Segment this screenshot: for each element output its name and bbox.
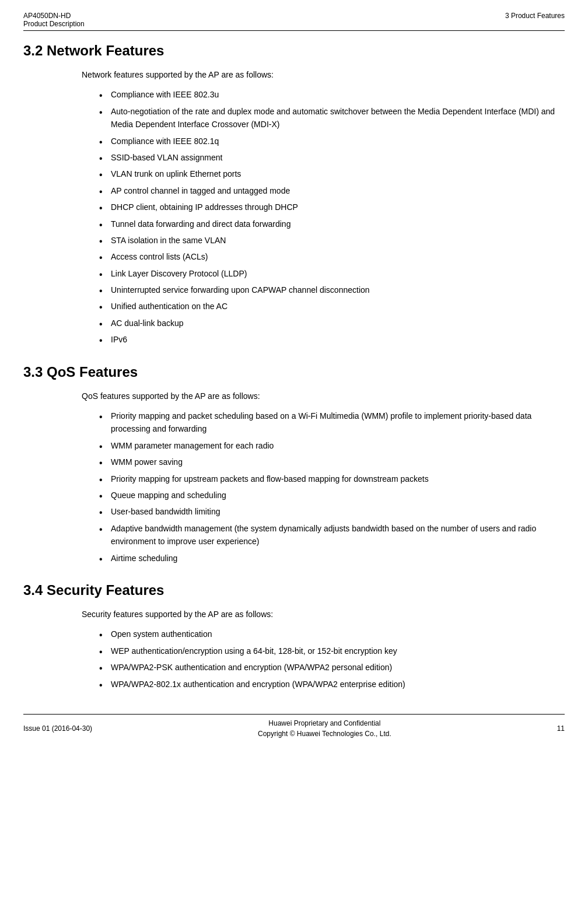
section-qos-title: 3.3 QoS Features [23, 364, 565, 380]
header-product-line1: AP4050DN-HD Product Description [23, 12, 85, 28]
section-qos-intro: QoS features supported by the AP are as … [82, 390, 565, 402]
page-header: AP4050DN-HD Product Description 3 Produc… [23, 12, 565, 31]
list-item: Airtime scheduling [99, 552, 565, 565]
list-item: WPA/WPA2-PSK authentication and encrypti… [99, 661, 565, 674]
list-item: Access control lists (ACLs) [99, 250, 565, 263]
list-item: Link Layer Discovery Protocol (LLDP) [99, 267, 565, 280]
list-item: WMM power saving [99, 456, 565, 468]
list-item: Auto-negotiation of the rate and duplex … [99, 105, 565, 131]
section-qos: 3.3 QoS Features QoS features supported … [23, 364, 565, 565]
list-item: AC dual-link backup [99, 317, 565, 330]
section-network: 3.2 Network Features Network features su… [23, 43, 565, 346]
list-item: Queue mapping and scheduling [99, 489, 565, 502]
list-item: Tunnel data forwarding and direct data f… [99, 218, 565, 230]
list-item: Open system authentication [99, 628, 565, 640]
header-left: AP4050DN-HD Product Description [23, 12, 85, 28]
list-item: STA isolation in the same VLAN [99, 234, 565, 247]
section-security-list: Open system authentication WEP authentic… [99, 628, 565, 691]
list-item: WMM parameter management for each radio [99, 439, 565, 452]
section-security-intro: Security features supported by the AP ar… [82, 608, 565, 621]
footer-copyright-line2: Copyright © Huawei Technologies Co., Ltd… [258, 729, 391, 739]
footer-page-number: 11 [557, 724, 565, 733]
list-item: WPA/WPA2-802.1x authentication and encry… [99, 678, 565, 691]
footer-copyright-line1: Huawei Proprietary and Confidential [258, 718, 391, 729]
section-security-title: 3.4 Security Features [23, 582, 565, 598]
section-security: 3.4 Security Features Security features … [23, 582, 565, 691]
list-item: VLAN trunk on uplink Ethernet ports [99, 167, 565, 180]
list-item: Adaptive bandwidth management (the syste… [99, 522, 565, 548]
list-item: Compliance with IEEE 802.3u [99, 88, 565, 101]
section-network-intro: Network features supported by the AP are… [82, 68, 565, 81]
section-network-list: Compliance with IEEE 802.3u Auto-negotia… [99, 88, 565, 346]
list-item: AP control channel in tagged and untagge… [99, 184, 565, 197]
section-network-title: 3.2 Network Features [23, 43, 565, 59]
list-item: IPv6 [99, 333, 565, 346]
list-item: User-based bandwidth limiting [99, 505, 565, 518]
list-item: DHCP client, obtaining IP addresses thro… [99, 201, 565, 213]
page-container: AP4050DN-HD Product Description 3 Produc… [0, 0, 588, 914]
list-item: Compliance with IEEE 802.1q [99, 135, 565, 148]
list-item: Uninterrupted service forwarding upon CA… [99, 283, 565, 296]
list-item: Unified authentication on the AC [99, 300, 565, 313]
list-item: WEP authentication/encryption using a 64… [99, 645, 565, 657]
list-item: SSID-based VLAN assignment [99, 151, 565, 164]
list-item: Priority mapping and packet scheduling b… [99, 409, 565, 436]
section-qos-list: Priority mapping and packet scheduling b… [99, 409, 565, 565]
header-right: 3 Product Features [505, 12, 565, 28]
footer-issue: Issue 01 (2016-04-30) [23, 724, 92, 733]
list-item: Priority mapping for upstream packets an… [99, 472, 565, 485]
footer-copyright: Huawei Proprietary and Confidential Copy… [258, 718, 391, 739]
page-footer: Issue 01 (2016-04-30) Huawei Proprietary… [23, 714, 565, 739]
